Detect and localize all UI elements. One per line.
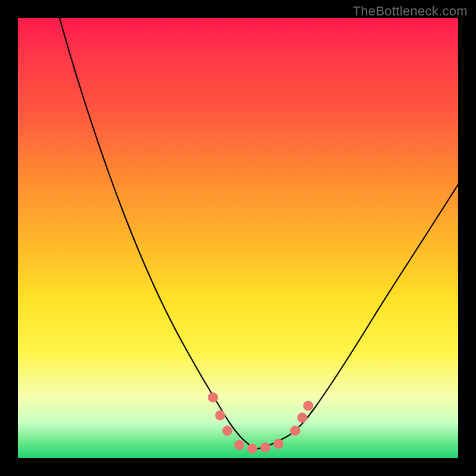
markers-group — [208, 393, 314, 454]
data-marker — [248, 444, 258, 454]
data-marker — [290, 426, 300, 436]
data-marker — [234, 440, 245, 450]
watermark-text: TheBottleneck.com — [353, 4, 468, 19]
data-marker — [274, 439, 284, 449]
data-marker — [215, 411, 226, 421]
data-marker — [223, 426, 233, 436]
data-marker — [303, 401, 314, 411]
data-marker — [261, 443, 271, 453]
right-curve — [256, 184, 458, 449]
curves-svg — [18, 18, 458, 458]
plot-area — [18, 18, 458, 458]
data-marker — [208, 393, 218, 403]
data-marker — [298, 413, 308, 423]
left-curve — [60, 18, 256, 449]
chart-frame: TheBottleneck.com — [0, 0, 476, 476]
